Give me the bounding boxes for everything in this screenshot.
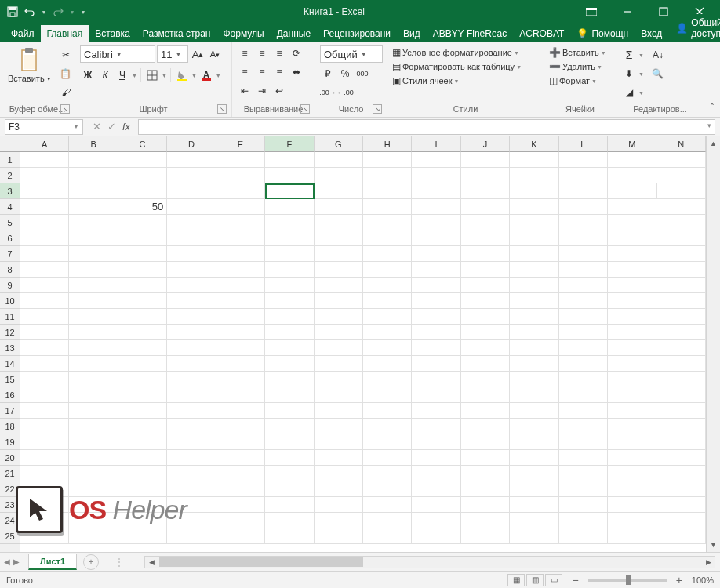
cell-N1[interactable] xyxy=(656,152,705,168)
clear-icon[interactable]: ◢ xyxy=(621,85,637,100)
tab-acrobat[interactable]: ACROBAT xyxy=(513,25,570,42)
cell-I12[interactable] xyxy=(412,325,460,340)
cell-K11[interactable] xyxy=(510,309,558,325)
cell-B24[interactable] xyxy=(69,513,118,528)
cell-G8[interactable] xyxy=(315,262,363,278)
cell-J24[interactable] xyxy=(461,513,510,528)
first-sheet-icon[interactable]: ◀ xyxy=(4,557,10,566)
cell-H14[interactable] xyxy=(363,356,412,372)
cell-N23[interactable] xyxy=(656,497,705,513)
cell-I5[interactable] xyxy=(412,215,460,230)
cell-B19[interactable] xyxy=(69,434,118,450)
cell-N7[interactable] xyxy=(656,246,705,262)
cell-K13[interactable] xyxy=(510,340,558,356)
collapse-ribbon-icon[interactable]: ˆ xyxy=(711,103,714,114)
zoom-value[interactable]: 100% xyxy=(692,575,714,585)
cell-G22[interactable] xyxy=(315,481,363,497)
cell-A13[interactable] xyxy=(20,340,69,356)
tab-formulas[interactable]: Формулы xyxy=(216,25,270,42)
cell-K6[interactable] xyxy=(510,230,558,246)
cell-N8[interactable] xyxy=(656,262,705,278)
cell-D13[interactable] xyxy=(167,340,216,356)
cell-J3[interactable] xyxy=(461,183,510,199)
cell-E9[interactable] xyxy=(216,278,265,293)
cell-D16[interactable] xyxy=(167,387,216,403)
cell-F6[interactable] xyxy=(265,230,314,246)
cell-D2[interactable] xyxy=(167,168,216,183)
cell-B15[interactable] xyxy=(69,372,118,387)
cell-F1[interactable] xyxy=(265,152,314,168)
cell-K18[interactable] xyxy=(510,419,558,434)
cell-G17[interactable] xyxy=(315,403,363,419)
cell-L12[interactable] xyxy=(559,325,608,340)
cell-D1[interactable] xyxy=(167,152,216,168)
cell-J21[interactable] xyxy=(461,466,510,481)
cell-C15[interactable] xyxy=(118,372,167,387)
cell-M15[interactable] xyxy=(608,372,656,387)
cell-J5[interactable] xyxy=(461,215,510,230)
cell-B6[interactable] xyxy=(69,230,118,246)
cell-J25[interactable] xyxy=(461,528,510,544)
tab-file[interactable]: Файл xyxy=(5,25,41,42)
cell-B2[interactable] xyxy=(69,168,118,183)
cell-G24[interactable] xyxy=(315,513,363,528)
cell-J16[interactable] xyxy=(461,387,510,403)
cell-L13[interactable] xyxy=(559,340,608,356)
column-header-A[interactable]: A xyxy=(20,136,69,152)
signin[interactable]: Вход xyxy=(635,25,668,42)
cell-B5[interactable] xyxy=(69,215,118,230)
cell-H3[interactable] xyxy=(363,183,412,199)
cell-A12[interactable] xyxy=(20,325,69,340)
align-bottom-icon[interactable]: ≡ xyxy=(271,45,287,61)
cell-G10[interactable] xyxy=(315,293,363,309)
clear-dropdown[interactable]: ▼ xyxy=(638,90,644,96)
cell-I6[interactable] xyxy=(412,230,460,246)
cell-A16[interactable] xyxy=(20,387,69,403)
tab-review[interactable]: Рецензировани xyxy=(317,25,397,42)
accept-formula-icon[interactable]: ✓ xyxy=(107,121,116,132)
cell-A10[interactable] xyxy=(20,293,69,309)
cell-N6[interactable] xyxy=(656,230,705,246)
cell-L18[interactable] xyxy=(559,419,608,434)
align-right-icon[interactable]: ≡ xyxy=(271,64,287,80)
cell-K3[interactable] xyxy=(510,183,558,199)
cell-E2[interactable] xyxy=(216,168,265,183)
cell-D8[interactable] xyxy=(167,262,216,278)
cell-D18[interactable] xyxy=(167,419,216,434)
align-top-icon[interactable]: ≡ xyxy=(237,45,253,61)
align-left-icon[interactable]: ≡ xyxy=(237,64,253,80)
cell-A8[interactable] xyxy=(20,262,69,278)
cell-N20[interactable] xyxy=(656,450,705,466)
cell-E24[interactable] xyxy=(216,513,265,528)
cell-M2[interactable] xyxy=(608,168,656,183)
cell-B25[interactable] xyxy=(69,528,118,544)
expand-formula-icon[interactable]: ▾ xyxy=(707,122,711,129)
cut-icon[interactable]: ✂ xyxy=(58,47,74,63)
column-header-E[interactable]: E xyxy=(216,136,265,152)
cell-D15[interactable] xyxy=(167,372,216,387)
cell-C1[interactable] xyxy=(118,152,167,168)
cell-H6[interactable] xyxy=(363,230,412,246)
row-header-4[interactable]: 4 xyxy=(0,199,20,215)
row-header-19[interactable]: 19 xyxy=(0,434,20,450)
cell-J4[interactable] xyxy=(461,199,510,215)
cell-D25[interactable] xyxy=(167,528,216,544)
cell-K17[interactable] xyxy=(510,403,558,419)
cell-H16[interactable] xyxy=(363,387,412,403)
cell-C25[interactable] xyxy=(118,528,167,544)
cell-M23[interactable] xyxy=(608,497,656,513)
cell-F15[interactable] xyxy=(265,372,314,387)
cell-A5[interactable] xyxy=(20,215,69,230)
percent-icon[interactable]: % xyxy=(337,66,353,82)
cell-C12[interactable] xyxy=(118,325,167,340)
cell-B20[interactable] xyxy=(69,450,118,466)
cell-M1[interactable] xyxy=(608,152,656,168)
cell-E23[interactable] xyxy=(216,497,265,513)
cell-M10[interactable] xyxy=(608,293,656,309)
cell-H12[interactable] xyxy=(363,325,412,340)
normal-view-icon[interactable]: ▦ xyxy=(507,574,525,586)
cell-L17[interactable] xyxy=(559,403,608,419)
cell-J8[interactable] xyxy=(461,262,510,278)
undo-dropdown-icon[interactable]: ▼ xyxy=(41,5,47,18)
format-painter-icon[interactable]: 🖌 xyxy=(58,85,74,100)
